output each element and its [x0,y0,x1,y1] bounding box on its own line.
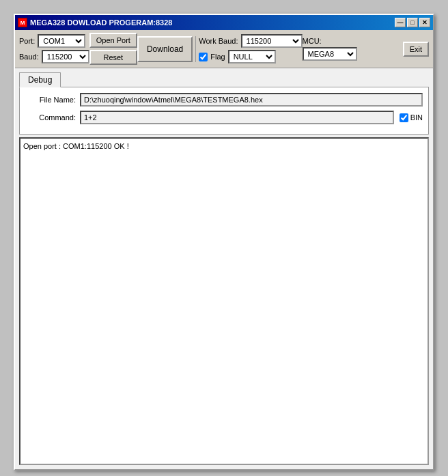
command-label: Command: [25,113,80,122]
mcu-section: MCU: MEGA8 MEGA328 [303,37,357,61]
null-select[interactable]: NULL [228,50,276,64]
app-icon: M [18,18,27,27]
exit-area: Exit [397,42,429,57]
minimize-button[interactable]: — [395,18,406,27]
download-button[interactable]: Download [137,36,193,62]
log-text: Open port : COM1:115200 OK ! [23,141,425,152]
title-bar-left: M MEGA328 DOWLOAD PROGERAM:8328 [18,18,172,27]
open-port-button[interactable]: Open Port [89,33,137,48]
file-name-label: File Name: [25,96,80,104]
work-baud-row: Work Baud: 9600 115200 [199,34,302,48]
close-button[interactable]: ✕ [419,18,430,27]
command-input[interactable] [80,111,394,124]
flag-checkbox[interactable] [199,53,208,61]
mcu-select[interactable]: MEGA8 MEGA328 [303,47,357,61]
port-select[interactable]: COM1 COM2 COM3 [38,34,85,48]
file-name-input[interactable] [80,93,423,107]
toolbar-main: Port: COM1 COM2 COM3 Baud: 9600 19200 38… [19,33,429,65]
bin-row: BIN [400,113,423,122]
title-buttons: — □ ✕ [395,18,430,27]
log-area: Open port : COM1:115200 OK ! [19,137,429,465]
tab-container: Debug [19,72,429,87]
work-baud-select[interactable]: 9600 115200 [241,34,303,48]
exit-button[interactable]: Exit [403,42,429,57]
file-name-row: File Name: [25,93,423,107]
window-title: MEGA328 DOWLOAD PROGERAM:8328 [30,18,172,27]
tab-debug[interactable]: Debug [19,72,61,87]
command-input-row: BIN [80,111,423,124]
port-label: Port: [19,37,35,45]
mcu-label-row: MCU: [303,37,357,45]
separator [195,36,196,62]
flag-label: Flag [210,53,225,61]
title-bar: M MEGA328 DOWLOAD PROGERAM:8328 — □ ✕ [15,15,433,30]
bin-label: BIN [410,113,423,122]
port-row: Port: COM1 COM2 COM3 [19,34,89,48]
mcu-label: MCU: [303,37,322,45]
bin-checkbox[interactable] [400,113,408,122]
open-reset-group: Open Port Reset [89,33,137,65]
work-flag-group: Work Baud: 9600 115200 Flag NULL [199,34,302,64]
main-window: M MEGA328 DOWLOAD PROGERAM:8328 — □ ✕ Po… [14,14,434,471]
baud-label: Baud: [19,53,39,61]
reset-button[interactable]: Reset [89,50,137,65]
flag-null-row: Flag NULL [199,50,302,64]
mcu-select-row: MEGA8 MEGA328 [303,47,357,61]
command-row: Command: BIN [25,111,423,124]
port-baud-group: Port: COM1 COM2 COM3 Baud: 9600 19200 38… [19,34,89,64]
work-baud-label: Work Baud: [199,37,238,45]
content-area: File Name: Command: BIN [19,87,429,135]
maximize-button[interactable]: □ [407,18,418,27]
baud-row: Baud: 9600 19200 38400 57600 115200 [19,50,89,64]
baud-select[interactable]: 9600 19200 38400 57600 115200 [42,50,89,64]
toolbar: Port: COM1 COM2 COM3 Baud: 9600 19200 38… [15,30,433,68]
